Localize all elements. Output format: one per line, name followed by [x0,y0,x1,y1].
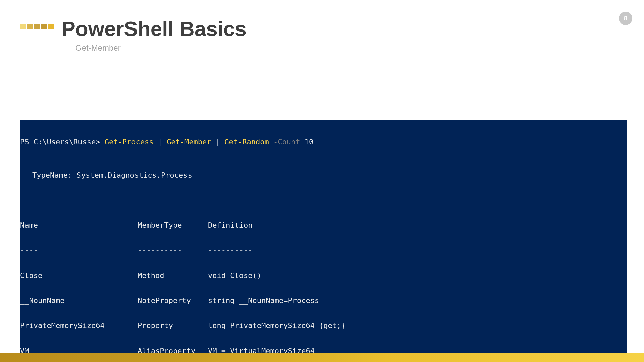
table-header-membertype: MemberType [138,221,208,229]
terminal-pipe: | [211,138,225,146]
accent-squares-icon [20,24,54,29]
table-row: PrivateMemorySize64Propertylong PrivateM… [20,321,627,330]
terminal-param-value: 10 [300,138,314,146]
table-header-name: Name [20,221,138,229]
table-row: CloseMethodvoid Close() [20,271,627,280]
terminal-cmd-getprocess: Get-Process [105,138,154,146]
terminal-cmd-getrandom: Get-Random [224,138,269,146]
table-header-definition: Definition [208,221,252,229]
footer-accent-bar [0,353,644,362]
slide-header: PowerShell Basics Get-Member [0,0,644,53]
terminal-cmd-getmember: Get-Member [167,138,211,146]
terminal-pipe: | [153,138,167,146]
terminal-param-name: -Count [269,138,300,146]
terminal-prompt: PS C:\Users\Russe> [20,138,105,146]
table-header-row: NameMemberTypeDefinition [20,221,627,229]
terminal-table: NameMemberTypeDefinition ---------------… [20,204,627,362]
slide-title: PowerShell Basics [61,17,246,41]
page-number-badge: 8 [619,12,632,25]
table-divider-row: ------------------------ [20,246,627,254]
terminal-typename: TypeName: System.Diagnostics.Process [20,163,627,187]
terminal-command-line: PS C:\Users\Russe> Get-Process | Get-Mem… [20,136,627,146]
terminal-output: PS C:\Users\Russe> Get-Process | Get-Mem… [20,120,627,362]
table-row: __NounNameNotePropertystring __NounName=… [20,296,627,305]
slide-subtitle: Get-Member [75,43,644,53]
